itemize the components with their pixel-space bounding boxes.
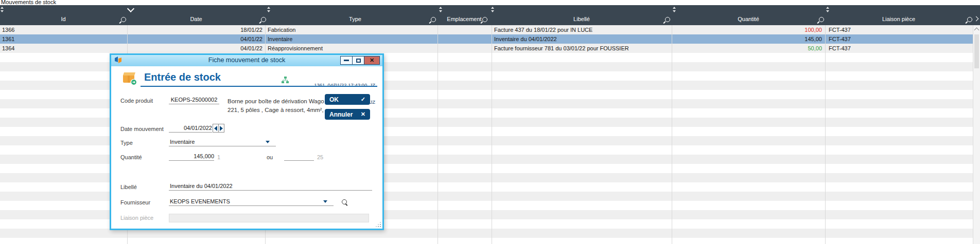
maximize-button[interactable] [352,56,364,65]
quantite-input[interactable]: 145,000 [169,153,214,161]
hierarchy-icon[interactable] [281,77,289,86]
cell-quantite: 50,00 [675,44,822,53]
type-label: Type [120,140,133,146]
ok-button[interactable]: OK ✓ [325,94,370,105]
code-produit-label: Code produit [120,98,153,104]
date-next-button[interactable] [218,124,224,133]
cell-liaison: FCT-437 [829,25,970,34]
search-icon[interactable] [665,17,670,22]
record-created: 1361 04/01/22 17:43:00 JZ [314,82,375,88]
cell-id: 1366 [2,25,123,34]
search-icon[interactable] [967,17,972,22]
table-row[interactable]: 136618/01/22FabricationFacture 437 du 18… [0,25,973,34]
right-arrow-icon [220,126,223,131]
liaison-piece-label: Liaison pièce [120,215,153,221]
resize-grip[interactable] [377,223,381,227]
grid-header: IdDateTypeEmplacementLibelléQuantitéLiai… [0,5,980,25]
quantite-alt-input[interactable] [284,153,314,161]
cell-libelle: Facture fournisseur 781 du 03/01/22 pour… [494,44,668,53]
search-icon[interactable] [819,17,824,22]
libelle-input[interactable]: Inventaire du 04/01/2022 [169,182,372,191]
minimize-icon [344,60,349,61]
column-header-id[interactable]: Id [61,16,65,22]
table-row[interactable]: 136404/01/22RéapprovisionnementFacture f… [0,44,973,53]
cell-id: 1364 [2,44,123,53]
search-icon[interactable] [482,17,487,22]
column-header-quantite[interactable]: Quantité [738,16,759,22]
column-divider [672,25,672,244]
type-dropdown[interactable]: Inventaire [169,138,276,146]
cell-liaison: FCT-437 [829,44,970,53]
fournisseur-caret-icon[interactable] [323,200,327,203]
type-caret-icon[interactable] [266,141,270,143]
search-icon[interactable] [431,17,436,22]
page-title: Mouvements de stock [1,0,56,5]
dialog-heading: Entrée de stock [144,71,221,83]
quantite-alt-hint: 25 [317,154,323,160]
maximize-icon [356,59,361,63]
column-splitter-icon [1,7,4,13]
annuler-button[interactable]: Annuler ✕ [325,109,370,120]
cell-id: 1361 [2,34,123,44]
heading-rule [141,86,377,87]
close-button[interactable]: ✕ [364,56,380,65]
date-mouvement-label: Date mouvement [120,126,164,132]
cell-emplacement [442,44,488,53]
cell-quantite: 145,00 [675,34,822,44]
column-splitter-icon [826,7,830,13]
cell-libelle: Inventaire du 04/01/2022 [494,34,668,44]
column-splitter-icon [267,7,271,13]
cell-date: 04/01/22 [129,34,262,44]
column-header-liaison[interactable]: Liaison pièce [882,16,915,22]
cell-liaison: FCT-437 [829,34,970,44]
quantite-unit-hint: 1 [217,154,220,160]
cell-emplacement [442,34,488,44]
fournisseur-label: Fournisseur [120,199,150,205]
window-buttons: ✕ [341,56,380,65]
check-icon: ✓ [361,96,365,103]
header-scroll-right-icon[interactable] [974,16,979,22]
column-divider [825,25,826,244]
table-row[interactable]: 136104/01/22InventaireInventaire du 04/0… [0,34,973,44]
libelle-label: Libellé [120,184,137,190]
column-divider [492,25,492,244]
scrollbar-thumb[interactable] [974,34,979,68]
column-header-type[interactable]: Type [349,16,361,22]
column-header-libelle[interactable]: Libellé [573,16,590,22]
cross-icon: ✕ [361,111,365,118]
ou-label: ou [267,154,273,160]
product-description: Borne pour boîte de dérivation Wago 221,… [227,97,330,115]
minimize-button[interactable] [340,56,353,65]
code-produit-input[interactable]: KEOPS-25000002 [169,96,219,104]
left-arrow-icon [214,126,217,131]
dialog-titlebar[interactable]: Fiche mouvement de stock ✕ [111,55,382,66]
cell-quantite: 100,00 [675,25,822,34]
stock-movements-screen: Mouvements de stock IdDateTypeEmplacemen… [0,0,980,244]
sort-descending-icon [127,5,134,12]
quantite-label: Quantité [120,154,142,160]
scroll-up-icon[interactable] [974,28,979,33]
stock-package-icon [121,70,138,88]
cell-date: 18/01/22 [129,25,262,34]
column-header-emplacement[interactable]: Emplacement [447,16,481,22]
cell-date: 04/01/22 [129,44,262,53]
column-splitter-icon [491,7,495,13]
cell-type: Fabrication [268,25,433,34]
stock-movement-dialog: Fiche mouvement de stock ✕ Entrée de sto… [110,53,384,230]
search-icon[interactable] [261,17,266,22]
cell-emplacement [442,25,488,34]
date-steppers [213,124,224,133]
date-mouvement-input[interactable]: 04/01/2022 [169,124,212,133]
vertical-scrollbar[interactable] [973,25,980,244]
cell-type: Inventaire [268,34,433,44]
search-icon[interactable] [121,17,126,22]
column-splitter-icon [439,7,443,13]
cell-type: Réapprovisionnement [268,44,433,53]
table-row-empty[interactable] [0,238,973,244]
liaison-piece-input-disabled [169,214,369,222]
fournisseur-dropdown[interactable]: KEOPS EVENEMENTS [169,198,334,206]
column-splitter-icon [673,7,676,13]
fournisseur-search-icon[interactable] [342,199,347,204]
column-header-date[interactable]: Date [190,16,202,22]
column-divider [437,25,438,244]
